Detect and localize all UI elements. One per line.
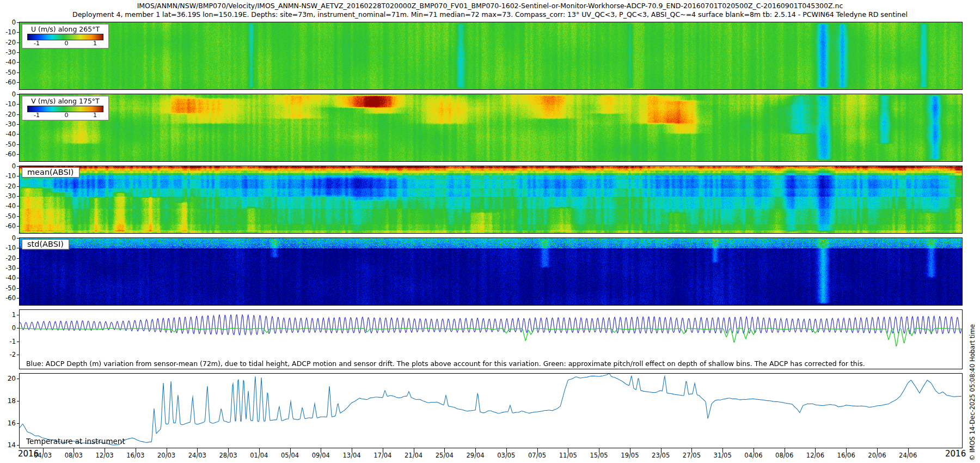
y-axis-tick-label: -30 (0, 121, 16, 127)
y-axis-tick-label: -10 (0, 29, 16, 35)
y-axis-tick-label: -60 (0, 295, 16, 301)
colorbar-tick-max: 1 (93, 112, 97, 119)
y-axis-tick (17, 166, 19, 167)
y-axis-tick-label: -30 (0, 265, 16, 271)
v-velocity-legend-title: V (m/s) along 175°T (27, 97, 103, 105)
colorbar-tick-min: -1 (34, 112, 40, 119)
y-axis-tick (17, 196, 19, 197)
y-axis-tick-label: -60 (0, 151, 16, 157)
y-axis-tick (17, 82, 19, 83)
adcp-figure: IMOS/ANMN/NSW/BMP070/Velocity/IMOS_ANMN-… (0, 0, 980, 463)
y-axis-tick (17, 423, 19, 424)
y-axis-tick-label: -10 (0, 101, 16, 107)
x-axis-tick-label: 09/04 (308, 452, 334, 459)
y-axis-tick (17, 52, 19, 53)
v-velocity-legend: V (m/s) along 175°T -1 0 1 (22, 96, 109, 120)
panel-mean-absi: mean(ABSI) (19, 166, 963, 234)
y-axis-tick (17, 62, 19, 63)
y-axis-tick (17, 248, 19, 248)
y-axis-tick-label: -2 (0, 351, 16, 358)
x-axis-tick-label: 16/03 (122, 452, 149, 459)
x-axis-tick-label: 15/05 (586, 452, 612, 459)
panel-u-velocity: U (m/s) along 265°T -1 0 1 (19, 22, 963, 90)
y-axis-tick (17, 298, 19, 298)
temperature-label: Temperature at instrument (26, 437, 125, 446)
colorbar-tick-mid: 0 (64, 40, 68, 47)
y-axis-tick-label: 0 (0, 91, 16, 98)
y-axis-tick (17, 176, 19, 176)
y-axis-tick-label: 0 (0, 325, 16, 331)
std-absi-label: std(ABSI) (22, 239, 69, 249)
y-axis-tick (17, 288, 19, 289)
temperature-lineplot (20, 374, 962, 448)
colorbar-tick-mid: 0 (64, 112, 68, 119)
x-axis-tick-label: 20/06 (864, 452, 890, 459)
x-axis-tick-label: 03/05 (493, 452, 519, 459)
v-velocity-heatmap (20, 94, 962, 161)
mean-absi-heatmap (20, 166, 962, 233)
x-axis-tick-label: 27/05 (678, 452, 705, 459)
copyright-watermark: © IMOS 14-Dec-2025 05:08:40 Hobart time (969, 324, 976, 461)
u-velocity-legend-title: U (m/s) along 265°T (27, 25, 103, 33)
y-axis-tick-label: -30 (0, 193, 16, 199)
y-axis-tick-label: -10 (0, 245, 16, 251)
y-axis-tick-label: -40 (0, 59, 16, 65)
y-axis-tick (17, 226, 19, 227)
y-axis-tick-label: -60 (0, 223, 16, 229)
y-axis-tick-label: 18 (0, 398, 16, 404)
y-axis-tick-label: -40 (0, 203, 16, 209)
x-axis-tick-label: 20/03 (154, 452, 180, 459)
x-axis-tick-label: 04/06 (740, 452, 767, 459)
y-axis-tick (17, 315, 19, 315)
u-velocity-heatmap (20, 22, 962, 89)
figure-subtitle: Deployment 4, member 1 lat=36.19S lon=15… (0, 10, 980, 19)
y-axis-tick (17, 114, 19, 115)
y-axis-tick-label: 0 (0, 235, 16, 241)
y-axis-tick-label: 14 (0, 442, 16, 448)
x-axis-tick-label: 29/04 (462, 452, 488, 459)
x-axis-tick-label: 25/04 (431, 452, 457, 459)
y-axis-tick (17, 32, 19, 33)
y-axis-tick (17, 401, 19, 401)
x-axis-tick-label: 01/04 (246, 452, 272, 459)
x-axis-tick-label: 19/05 (617, 452, 643, 459)
figure-title: IMOS/ANMN/NSW/BMP070/Velocity/IMOS_ANMN-… (0, 2, 980, 10)
y-axis-tick-label: -50 (0, 141, 16, 148)
y-axis-tick-label: -50 (0, 285, 16, 291)
x-axis-tick-label: 23/05 (648, 452, 674, 459)
x-axis-tick-label: 05/04 (277, 452, 303, 459)
y-axis-tick-label: -60 (0, 79, 16, 86)
x-axis-tick-label: 08/06 (771, 452, 798, 459)
y-axis-tick-label: -20 (0, 255, 16, 261)
colorbar-tick-min: -1 (34, 40, 40, 47)
y-axis-tick-label: -50 (0, 213, 16, 220)
x-axis-tick-label: 11/05 (555, 452, 581, 459)
y-axis-tick (17, 134, 19, 135)
x-axis-tick-label: 16/06 (833, 452, 859, 459)
y-axis-tick-label: -1 (0, 338, 16, 345)
panel-std-absi: std(ABSI) (19, 237, 963, 306)
x-axis-tick-label: 24/06 (895, 452, 921, 459)
y-axis-tick (17, 278, 19, 278)
y-axis-tick (17, 206, 19, 206)
v-velocity-colorbar-labels: -1 0 1 (27, 112, 103, 119)
panel-temperature: Temperature at instrument (19, 373, 963, 448)
y-axis-tick (17, 42, 19, 43)
x-axis-tick-label: 24/03 (184, 452, 210, 459)
y-axis-tick-label: -10 (0, 173, 16, 179)
y-axis-tick-label: -40 (0, 131, 16, 137)
y-axis-tick-label: 20 (0, 375, 16, 382)
panel-depth-variation: Blue: ADCP Depth (m) variation from sens… (19, 309, 963, 369)
x-axis-tick-label: 13/04 (339, 452, 365, 459)
depth-variation-caption: Blue: ADCP Depth (m) variation from sens… (26, 360, 865, 368)
y-axis-tick-label: -50 (0, 69, 16, 76)
y-axis-tick-label: -20 (0, 39, 16, 46)
y-axis-tick-label: 1 (0, 312, 16, 318)
std-absi-heatmap (20, 238, 962, 305)
y-axis-tick (17, 258, 19, 259)
y-axis-tick (17, 355, 19, 355)
x-axis-tick-label: 07/05 (524, 452, 550, 459)
mean-absi-label: mean(ABSI) (22, 167, 79, 178)
x-axis-year-end: 2016 (945, 449, 966, 459)
x-axis-tick-label: 12/03 (91, 452, 118, 459)
